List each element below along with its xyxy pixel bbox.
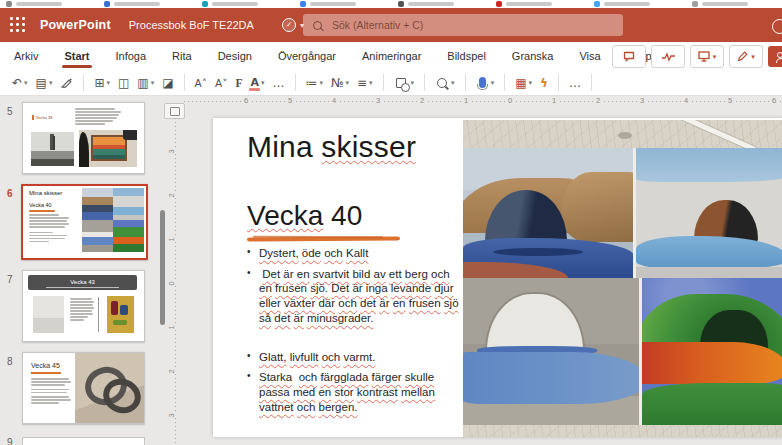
tab-rita[interactable]: Rita	[172, 44, 192, 69]
font-size-increase-icon: A˄	[195, 76, 207, 90]
shapes-button[interactable]: ▾	[391, 74, 418, 92]
toolbar-divider	[465, 74, 466, 91]
more-commands-button[interactable]: …	[566, 74, 584, 92]
thumbnail-panel-scrollbar[interactable]	[160, 210, 165, 325]
tab-övergångar[interactable]: Övergångar	[278, 44, 336, 69]
bookmark-item[interactable]	[692, 1, 748, 7]
bookmark-item[interactable]	[202, 1, 258, 7]
chevron-down-icon: ▾	[261, 79, 265, 87]
thumb6-photo-collage	[82, 188, 144, 252]
find-button[interactable]: ▾	[432, 74, 458, 92]
activity-pulse-icon	[662, 52, 675, 62]
bullet-text: Dystert, öde och Kallt	[259, 246, 368, 261]
slide-title[interactable]: Mina skisser	[247, 130, 416, 164]
slide-canvas[interactable]: Mina skisser Vecka 40 •Dystert, öde och …	[213, 118, 782, 437]
search-box[interactable]	[303, 14, 623, 36]
align-button[interactable]: ≡▾	[354, 74, 376, 92]
designer-pane-button[interactable]: ▦▾	[512, 74, 535, 92]
undo-button[interactable]: ↶▾	[9, 74, 31, 92]
chevron-down-icon: ▾	[24, 79, 28, 87]
format-painter-button[interactable]	[57, 75, 76, 91]
tab-start[interactable]: Start	[64, 44, 89, 69]
powerpoint-web-app: { "colors": { "header_bg": "#B94A33", "a…	[0, 0, 782, 445]
bookmark-favicon	[6, 1, 12, 7]
bookmark-item[interactable]	[104, 1, 160, 7]
browser-bookmarks-bar[interactable]	[0, 0, 782, 8]
slide-photo-pastel-sketches[interactable]	[463, 120, 782, 437]
sketch-brown-black-rock	[636, 148, 782, 278]
bookmark-item[interactable]	[300, 1, 356, 7]
tab-animeringar[interactable]: Animeringar	[362, 44, 421, 69]
toolbar-divider	[83, 74, 84, 91]
bold-button[interactable]: F	[232, 74, 245, 92]
bullets-icon: ≔	[306, 76, 318, 90]
tab-granska[interactable]: Granska	[512, 44, 554, 69]
app-launcher-icon[interactable]	[10, 17, 26, 33]
more-font-options-button[interactable]: …	[270, 74, 288, 92]
thumb5-photo-framed-painting	[79, 130, 137, 167]
autosave-status[interactable]: ✓ ▾	[282, 18, 304, 32]
thumb6-text-lines	[29, 214, 73, 244]
paste-icon: ▤	[36, 76, 47, 90]
tab-bildspel[interactable]: Bildspel	[447, 44, 486, 69]
thumb7-photo-pale	[33, 296, 64, 333]
toolbar-divider	[295, 74, 296, 91]
ribbon-right-actions: ▾ ▾	[612, 45, 782, 68]
tab-visa[interactable]: Visa	[579, 44, 600, 69]
slide-body-text[interactable]: •Dystert, öde och Kallt• Det är en svart…	[247, 246, 461, 420]
bookmark-favicon	[692, 1, 698, 7]
chevron-down-icon: ▾	[491, 79, 495, 87]
bookmark-item[interactable]	[496, 1, 552, 7]
reuse-slides-button[interactable]: ◫	[115, 74, 132, 92]
thumbnail-slide-7[interactable]: Vecka 43	[22, 270, 145, 342]
tab-design[interactable]: Design	[218, 44, 252, 69]
bookmark-item[interactable]	[6, 1, 62, 7]
thumbnail-slide-8[interactable]: Vecka 45	[22, 352, 145, 424]
dictate-button[interactable]: ▾	[473, 74, 498, 91]
font-size-increase-button[interactable]: A˄	[192, 74, 210, 92]
ruler-toggle-button[interactable]	[164, 103, 185, 119]
slide-subtitle[interactable]: Vecka 40	[247, 200, 362, 232]
settings-gear-icon[interactable]	[772, 19, 782, 34]
editing-mode-button[interactable]: ▾	[729, 45, 763, 68]
bookmark-item[interactable]	[594, 1, 650, 7]
bullets-button[interactable]: ≔▾	[303, 74, 327, 92]
bullet-item: •Starka och färgglada färger skulle pass…	[247, 370, 461, 414]
document-title[interactable]: Processbok BoF TE22DA	[129, 19, 254, 31]
designer-button[interactable]: ◪	[159, 74, 176, 92]
bookmark-favicon	[496, 1, 502, 7]
align-icon: ≡	[357, 76, 367, 90]
comments-button[interactable]	[612, 45, 646, 68]
layout-button[interactable]: ▥▾	[134, 74, 157, 92]
catch-up-button[interactable]	[651, 45, 685, 68]
tab-arkiv[interactable]: Arkiv	[14, 44, 38, 69]
thumbnail-slide-5[interactable]: Vecka 38	[22, 102, 145, 174]
present-button[interactable]: ▾	[690, 45, 724, 68]
thumb5-label: Vecka 38	[32, 115, 52, 120]
chevron-down-icon: ▾	[451, 79, 455, 87]
designer-icon: ◪	[162, 76, 173, 90]
share-button[interactable]	[768, 46, 782, 67]
tab-infoga[interactable]: Infoga	[116, 44, 147, 69]
format-painter-icon	[60, 77, 73, 89]
ruler-number: 5	[726, 96, 734, 105]
search-icon	[313, 21, 322, 30]
bookmark-label	[506, 2, 552, 6]
thumb6-title: Mina skisser	[29, 190, 62, 196]
ruler-number: 3	[374, 96, 382, 105]
search-input[interactable]	[330, 18, 604, 32]
thumbnail-slide-6-selected[interactable]: Mina skisser Vecka 40	[21, 184, 148, 260]
font-color-button[interactable]: A▾	[247, 74, 267, 92]
paste-button[interactable]: ▤▾	[33, 74, 56, 92]
horizontal-ruler: 6543210123456	[184, 96, 782, 107]
thumb6-subtitle: Vecka 40	[29, 202, 52, 208]
bookmark-item[interactable]	[398, 1, 454, 7]
app-name[interactable]: PowerPoint	[40, 18, 111, 32]
transform-button[interactable]: ϟ	[537, 74, 551, 92]
orange-hand-drawn-underline[interactable]	[247, 236, 400, 241]
presentation-screen-icon	[698, 51, 710, 62]
thumbnail-slide-9-partial[interactable]	[22, 437, 145, 445]
font-size-decrease-button[interactable]: A˅	[212, 74, 230, 92]
numbering-button[interactable]: №▾	[328, 74, 352, 92]
new-slide-button[interactable]: ⊞▾	[91, 74, 113, 92]
